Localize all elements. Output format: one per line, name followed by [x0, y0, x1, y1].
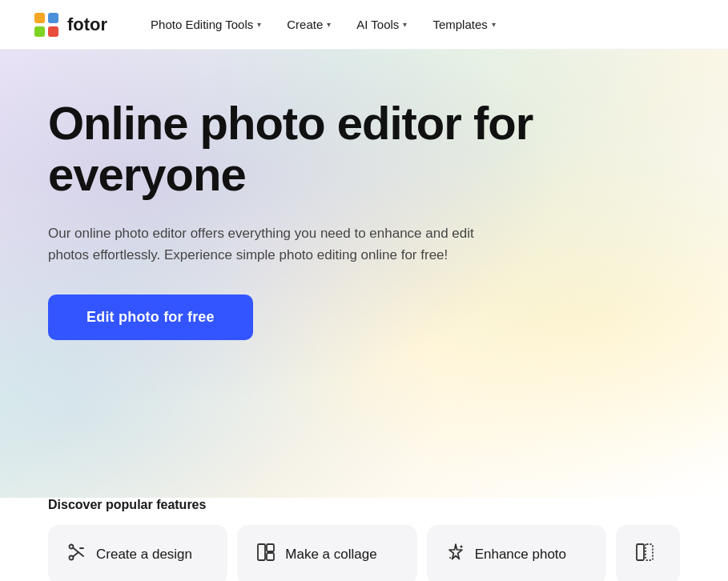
svg-point-14 — [449, 557, 451, 559]
fotor-logo-icon — [32, 10, 61, 39]
hero-subtitle: Our online photo editor offers everythin… — [48, 222, 497, 266]
nav-ai-tools[interactable]: AI Tools ▾ — [345, 11, 418, 38]
svg-rect-2 — [48, 13, 58, 23]
chevron-down-icon: ▾ — [492, 20, 496, 29]
chevron-down-icon: ▾ — [403, 20, 407, 29]
features-section-title: Discover popular features — [48, 498, 680, 512]
svg-point-13 — [460, 546, 462, 548]
hero-title: Online photo editor for everyone — [48, 98, 609, 200]
nav-templates[interactable]: Templates ▾ — [421, 11, 506, 38]
nav-create[interactable]: Create ▾ — [276, 11, 342, 38]
feature-card-make-collage[interactable]: Make a collage — [237, 525, 416, 581]
svg-rect-10 — [258, 544, 265, 560]
hero-section: Online photo editor for everyone Our onl… — [0, 50, 728, 498]
feature-card-create-design[interactable]: Create a design — [48, 525, 227, 581]
create-design-icon — [67, 543, 86, 567]
features-cards-container: Create a design Make a collage Enhan — [48, 525, 680, 581]
feature-label-enhance-photo: Enhance photo — [475, 547, 566, 563]
make-collage-icon — [256, 543, 276, 567]
svg-rect-12 — [267, 553, 274, 560]
logo-text: fotor — [67, 14, 107, 35]
nav-photo-editing-tools[interactable]: Photo Editing Tools ▾ — [139, 11, 272, 38]
feature-card-partial[interactable] — [616, 525, 680, 581]
svg-rect-4 — [48, 26, 58, 37]
logo[interactable]: fotor — [32, 10, 107, 39]
features-section: Discover popular features Create a desig… — [0, 498, 728, 581]
svg-rect-11 — [267, 544, 274, 551]
hero-content: Online photo editor for everyone Our onl… — [48, 98, 609, 340]
svg-rect-15 — [637, 544, 644, 560]
svg-rect-16 — [646, 544, 653, 560]
header: fotor Photo Editing Tools ▾ Create ▾ AI … — [0, 0, 728, 50]
chevron-down-icon: ▾ — [327, 20, 331, 29]
partial-card-icon — [635, 543, 654, 567]
feature-card-enhance-photo[interactable]: Enhance photo — [427, 525, 606, 581]
svg-rect-3 — [34, 26, 45, 37]
chevron-down-icon: ▾ — [257, 20, 261, 29]
svg-rect-1 — [34, 13, 45, 23]
feature-label-make-collage: Make a collage — [285, 547, 376, 563]
feature-label-create-design: Create a design — [96, 547, 192, 563]
svg-line-8 — [73, 552, 78, 557]
main-nav: Photo Editing Tools ▾ Create ▾ AI Tools … — [139, 11, 696, 38]
enhance-photo-icon — [446, 543, 465, 567]
edit-photo-cta-button[interactable]: Edit photo for free — [48, 295, 253, 340]
